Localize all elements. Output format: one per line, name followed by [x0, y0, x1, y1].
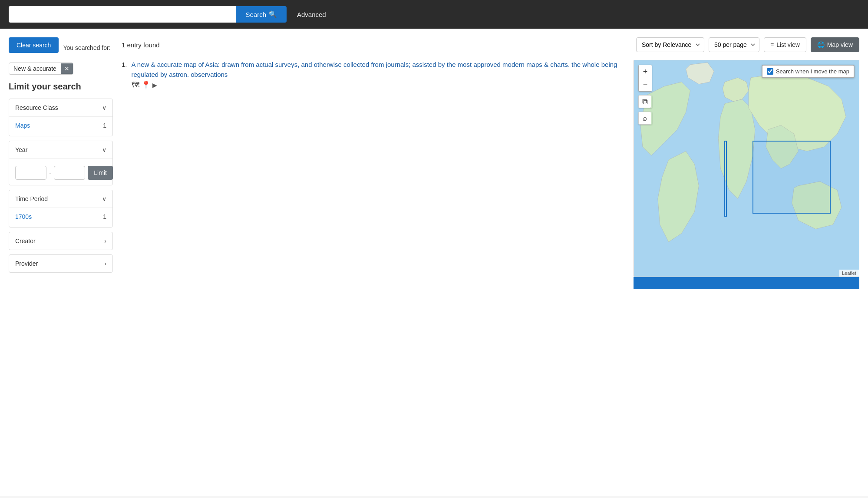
- location-icon: 📍: [141, 80, 151, 90]
- facet-count-1700s: 1: [103, 213, 106, 220]
- year-range-separator: -: [49, 169, 51, 177]
- map-container: + − ⧉ ⌕ Search when I move the map: [634, 60, 859, 289]
- facet-year-header[interactable]: Year ∨: [9, 141, 112, 158]
- year-from-input[interactable]: [15, 166, 46, 180]
- year-limit-button[interactable]: Limit: [88, 166, 113, 180]
- facet-resource-class-body: Maps 1: [9, 116, 112, 136]
- search-map-button[interactable]: ⌕: [638, 112, 651, 125]
- list-view-button[interactable]: ≡ List view: [764, 37, 806, 52]
- search-icon: 🔍: [269, 10, 277, 18]
- leaflet-credit: Leaflet: [839, 270, 859, 277]
- search-button[interactable]: Search 🔍: [236, 6, 287, 23]
- list-view-label: List view: [776, 41, 800, 48]
- facet-resource-class-header[interactable]: Resource Class ∨: [9, 99, 112, 116]
- chevron-down-icon: ∨: [102, 104, 106, 111]
- per-page-select[interactable]: 50 per page: [709, 37, 759, 52]
- facet-provider: Provider ›: [9, 254, 113, 273]
- search-tag: New & accurate ✕: [9, 63, 73, 75]
- facet-time-period-label: Time Period: [15, 195, 48, 202]
- facet-link-1700s[interactable]: 1700s: [15, 213, 32, 220]
- table-row: 1. A new & accurate map of Asia: drawn f…: [122, 60, 625, 90]
- map-controls: + − ⧉ ⌕: [638, 65, 652, 128]
- search-when-move-label: Search when I move the map: [776, 68, 849, 75]
- result-title-link[interactable]: A new & accurate map of Asia: drawn from…: [132, 61, 617, 78]
- entry-count: 1 entry found: [122, 41, 632, 49]
- facet-item-1700s: 1700s 1: [15, 211, 106, 222]
- map-selection-asia: [752, 141, 831, 214]
- facet-creator-header[interactable]: Creator ›: [9, 232, 112, 250]
- header: New & accurate Search 🔍 Advanced: [0, 0, 868, 29]
- map-view-button[interactable]: 🌐 Map view: [811, 37, 859, 52]
- search-tag-remove-button[interactable]: ✕: [61, 63, 73, 74]
- facet-resource-class: Resource Class ∨ Maps 1: [9, 99, 113, 136]
- result-icons-row: 🗺 📍 ▶: [132, 80, 625, 90]
- main-container: Clear search You searched for: New & acc…: [0, 29, 868, 496]
- search-bar: New & accurate Search 🔍: [9, 6, 287, 23]
- list-icon: ≡: [770, 41, 774, 48]
- search-btn-label: Search: [245, 11, 266, 18]
- facet-creator-label: Creator: [15, 237, 36, 244]
- results-topbar: 1 entry found Sort by Relevance 50 per p…: [122, 37, 859, 52]
- sidebar: Clear search You searched for: New & acc…: [9, 37, 113, 496]
- facet-year-label: Year: [15, 146, 27, 153]
- layers-button[interactable]: ⧉: [638, 95, 651, 108]
- facet-time-period: Time Period ∨ 1700s 1: [9, 190, 113, 228]
- facet-year-body: - Limit: [9, 158, 112, 185]
- limit-heading: Limit your search: [9, 82, 113, 92]
- search-status-row: Clear search You searched for: New & acc…: [9, 37, 113, 75]
- facet-provider-label: Provider: [15, 260, 38, 267]
- chevron-right-icon-provider: ›: [104, 260, 106, 267]
- zoom-in-button[interactable]: +: [639, 65, 652, 78]
- clear-search-button[interactable]: Clear search: [9, 37, 59, 53]
- facet-time-period-header[interactable]: Time Period ∨: [9, 190, 112, 208]
- results-area: 1 entry found Sort by Relevance 50 per p…: [122, 37, 859, 496]
- facet-item-maps: Maps 1: [15, 120, 106, 131]
- globe-icon: 🌐: [817, 41, 825, 48]
- facet-resource-class-label: Resource Class: [15, 104, 58, 111]
- results-list: 1. A new & accurate map of Asia: drawn f…: [122, 60, 625, 289]
- arrow-right-icon[interactable]: ▶: [152, 82, 157, 89]
- year-to-input[interactable]: [54, 166, 85, 180]
- search-when-move-toggle[interactable]: Search when I move the map: [762, 65, 855, 78]
- you-searched-label: You searched for:: [63, 44, 110, 51]
- zoom-out-button[interactable]: −: [639, 78, 652, 91]
- year-range: - Limit: [15, 166, 106, 180]
- sort-select[interactable]: Sort by Relevance: [636, 37, 704, 52]
- facet-time-period-body: 1700s 1: [9, 208, 112, 227]
- advanced-link[interactable]: Advanced: [291, 7, 332, 23]
- map-attribution-bar: [634, 277, 859, 289]
- search-tag-value: New & accurate: [9, 63, 61, 74]
- facet-provider-header[interactable]: Provider ›: [9, 255, 112, 272]
- facet-year: Year ∨ - Limit: [9, 141, 113, 185]
- map-view-label: Map view: [827, 41, 853, 48]
- result-content: A new & accurate map of Asia: drawn from…: [132, 60, 625, 90]
- map-wrapper[interactable]: + − ⧉ ⌕ Search when I move the map: [634, 60, 859, 277]
- map-icon: 🗺: [132, 81, 139, 90]
- chevron-down-icon-year: ∨: [102, 146, 106, 153]
- search-when-move-checkbox[interactable]: [767, 68, 773, 75]
- facet-count-maps: 1: [103, 122, 106, 129]
- leaflet-label: Leaflet: [842, 270, 856, 276]
- chevron-down-icon-time: ∨: [102, 195, 106, 202]
- layers-button-wrap: ⧉: [638, 95, 652, 108]
- results-map-row: 1. A new & accurate map of Asia: drawn f…: [122, 60, 859, 289]
- facet-link-maps[interactable]: Maps: [15, 122, 30, 129]
- search-input[interactable]: New & accurate: [9, 6, 236, 23]
- result-number: 1.: [122, 60, 127, 68]
- facet-creator: Creator ›: [9, 232, 113, 250]
- search-map-button-wrap: ⌕: [638, 112, 652, 125]
- map-selection-vertical: [724, 141, 727, 217]
- zoom-controls: + −: [638, 65, 652, 92]
- chevron-right-icon-creator: ›: [104, 237, 106, 244]
